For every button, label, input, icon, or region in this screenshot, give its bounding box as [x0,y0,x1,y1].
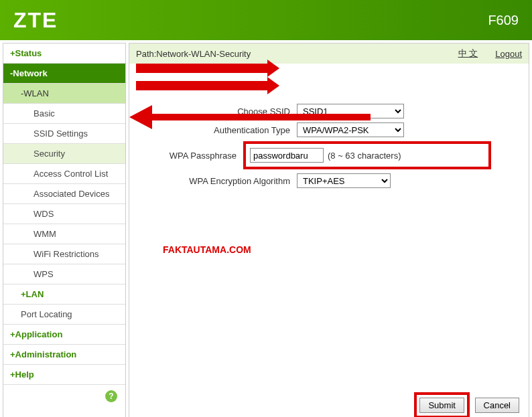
passphrase-highlight-box: (8 ~ 63 characters) [243,141,491,169]
annotation-arrow [136,64,270,73]
nav-ssid-settings[interactable]: SSID Settings [3,124,125,144]
passphrase-hint: (8 ~ 63 characters) [328,151,401,161]
nav-administration[interactable]: +Administration [3,345,125,365]
enc-algo-select[interactable]: TKIP+AES [297,173,391,188]
content-panel: Path:Network-WLAN-Security 中 文 Logout Ch… [129,43,529,417]
breadcrumb-path: Path:Network-WLAN-Security [136,49,441,59]
nav-application[interactable]: +Application [3,325,125,345]
nav-wlan[interactable]: -WLAN [3,84,125,104]
language-link[interactable]: 中 文 [458,48,478,60]
annotation-arrow [149,114,371,120]
logout-link[interactable]: Logout [495,49,522,59]
nav-basic[interactable]: Basic [3,104,125,124]
model-label: F609 [488,13,519,28]
header-bar: ZTE F609 [0,0,532,40]
wpa-passphrase-label: WPA Passphrase [149,151,243,161]
nav-wps[interactable]: WPS [3,264,125,284]
nav-associated-devices[interactable]: Associated Devices [3,184,125,204]
submit-button[interactable]: Submit [419,398,464,413]
nav-wmm[interactable]: WMM [3,224,125,244]
brand-logo: ZTE [13,8,58,33]
submit-highlight-box: Submit [414,392,469,417]
nav-acl[interactable]: Access Control List [3,164,125,184]
nav-help[interactable]: +Help [3,365,125,385]
cancel-button[interactable]: Cancel [475,398,519,413]
enc-algo-label: WPA Encryption Algorithm [149,176,297,186]
nav-port-locating[interactable]: Port Locating [3,305,125,325]
annotation-arrow-head [129,105,152,129]
breadcrumb-bar: Path:Network-WLAN-Security 中 文 Logout [129,44,529,64]
auth-type-select[interactable]: WPA/WPA2-PSK [297,122,404,137]
nav-security[interactable]: Security [3,144,125,164]
button-row: Submit Cancel [414,392,519,417]
nav-wds[interactable]: WDS [3,204,125,224]
wpa-passphrase-input[interactable] [250,148,324,163]
nav-wifi-restrictions[interactable]: WiFi Restrictions [3,244,125,264]
nav-status[interactable]: +Status [3,44,125,64]
nav-network[interactable]: -Network [3,64,125,84]
auth-type-label: Authentication Type [149,125,297,135]
annotation-arrow [136,81,270,90]
watermark-text: FAKTAUTAMA.COM [163,244,251,255]
nav-lan[interactable]: +LAN [3,284,125,305]
help-icon[interactable]: ? [105,390,117,402]
sidebar: +Status -Network -WLAN Basic SSID Settin… [3,43,126,417]
